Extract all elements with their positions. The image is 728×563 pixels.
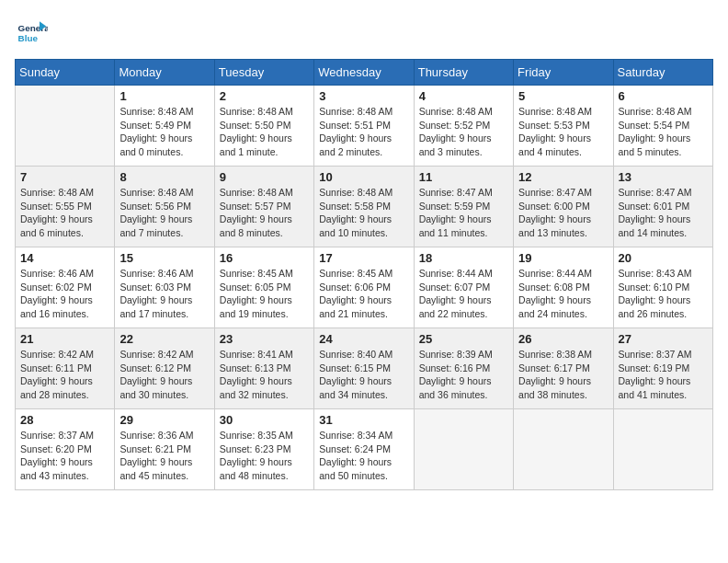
day-number: 13 (619, 170, 708, 184)
day-number: 29 (119, 413, 209, 427)
day-number: 2 (220, 89, 309, 103)
day-info: Sunrise: 8:43 AMSunset: 6:10 PMDaylight:… (619, 267, 708, 321)
day-number: 6 (619, 89, 708, 103)
calendar-cell (414, 409, 513, 490)
calendar-cell: 1Sunrise: 8:48 AMSunset: 5:49 PMDaylight… (115, 86, 214, 167)
day-info: Sunrise: 8:41 AMSunset: 6:13 PMDaylight:… (220, 348, 309, 402)
day-info: Sunrise: 8:36 AMSunset: 6:21 PMDaylight:… (119, 429, 209, 483)
calendar-table: SundayMondayTuesdayWednesdayThursdayFrid… (15, 59, 713, 490)
day-info: Sunrise: 8:46 AMSunset: 6:03 PMDaylight:… (119, 267, 209, 321)
day-number: 4 (419, 89, 508, 103)
day-info: Sunrise: 8:44 AMSunset: 6:07 PMDaylight:… (419, 267, 508, 321)
calendar-cell: 20Sunrise: 8:43 AMSunset: 6:10 PMDayligh… (613, 247, 712, 328)
day-number: 27 (619, 332, 708, 346)
calendar-cell: 10Sunrise: 8:48 AMSunset: 5:58 PMDayligh… (314, 167, 414, 247)
svg-text:Blue: Blue (18, 33, 39, 43)
calendar-cell: 28Sunrise: 8:37 AMSunset: 6:20 PMDayligh… (16, 409, 115, 490)
page-header: General Blue (15, 15, 713, 48)
calendar-cell: 18Sunrise: 8:44 AMSunset: 6:07 PMDayligh… (414, 247, 513, 328)
day-info: Sunrise: 8:37 AMSunset: 6:19 PMDaylight:… (619, 348, 708, 402)
day-info: Sunrise: 8:35 AMSunset: 6:23 PMDaylight:… (220, 429, 309, 483)
calendar-cell: 19Sunrise: 8:44 AMSunset: 6:08 PMDayligh… (514, 247, 613, 328)
calendar-cell: 23Sunrise: 8:41 AMSunset: 6:13 PMDayligh… (214, 328, 313, 409)
day-number: 1 (119, 89, 209, 103)
day-info: Sunrise: 8:48 AMSunset: 5:49 PMDaylight:… (119, 105, 209, 159)
calendar-cell: 13Sunrise: 8:47 AMSunset: 6:01 PMDayligh… (613, 167, 712, 247)
day-number: 9 (220, 170, 309, 184)
day-info: Sunrise: 8:44 AMSunset: 6:08 PMDaylight:… (518, 267, 608, 321)
calendar-cell: 5Sunrise: 8:48 AMSunset: 5:53 PMDaylight… (514, 86, 613, 167)
day-info: Sunrise: 8:48 AMSunset: 5:53 PMDaylight:… (518, 105, 608, 159)
day-info: Sunrise: 8:40 AMSunset: 6:15 PMDaylight:… (319, 348, 408, 402)
logo-icon: General Blue (15, 15, 48, 48)
day-number: 30 (220, 413, 309, 427)
calendar-cell: 6Sunrise: 8:48 AMSunset: 5:54 PMDaylight… (613, 86, 712, 167)
calendar-cell: 21Sunrise: 8:42 AMSunset: 6:11 PMDayligh… (16, 328, 115, 409)
day-info: Sunrise: 8:48 AMSunset: 5:55 PMDaylight:… (20, 186, 109, 240)
dow-header-monday: Monday (115, 60, 214, 86)
day-number: 10 (319, 170, 408, 184)
logo: General Blue (15, 15, 48, 48)
calendar-cell (514, 409, 613, 490)
calendar-cell: 9Sunrise: 8:48 AMSunset: 5:57 PMDaylight… (214, 167, 313, 247)
day-info: Sunrise: 8:48 AMSunset: 5:50 PMDaylight:… (220, 105, 309, 159)
day-info: Sunrise: 8:48 AMSunset: 5:54 PMDaylight:… (619, 105, 708, 159)
calendar-cell: 24Sunrise: 8:40 AMSunset: 6:15 PMDayligh… (314, 328, 414, 409)
day-number: 16 (220, 251, 309, 265)
day-info: Sunrise: 8:47 AMSunset: 6:01 PMDaylight:… (619, 186, 708, 240)
calendar-cell: 4Sunrise: 8:48 AMSunset: 5:52 PMDaylight… (414, 86, 513, 167)
calendar-cell: 16Sunrise: 8:45 AMSunset: 6:05 PMDayligh… (214, 247, 313, 328)
day-info: Sunrise: 8:48 AMSunset: 5:56 PMDaylight:… (119, 186, 209, 240)
calendar-cell: 15Sunrise: 8:46 AMSunset: 6:03 PMDayligh… (115, 247, 214, 328)
day-number: 24 (319, 332, 408, 346)
day-info: Sunrise: 8:42 AMSunset: 6:11 PMDaylight:… (20, 348, 109, 402)
day-number: 8 (119, 170, 209, 184)
day-number: 5 (518, 89, 608, 103)
day-info: Sunrise: 8:48 AMSunset: 5:57 PMDaylight:… (220, 186, 309, 240)
calendar-cell: 12Sunrise: 8:47 AMSunset: 6:00 PMDayligh… (514, 167, 613, 247)
day-number: 19 (518, 251, 608, 265)
dow-header-thursday: Thursday (414, 60, 513, 86)
day-info: Sunrise: 8:45 AMSunset: 6:05 PMDaylight:… (220, 267, 309, 321)
calendar-cell: 31Sunrise: 8:34 AMSunset: 6:24 PMDayligh… (314, 409, 414, 490)
day-info: Sunrise: 8:47 AMSunset: 6:00 PMDaylight:… (518, 186, 608, 240)
day-number: 26 (518, 332, 608, 346)
day-number: 3 (319, 89, 408, 103)
day-info: Sunrise: 8:47 AMSunset: 5:59 PMDaylight:… (419, 186, 508, 240)
calendar-cell: 25Sunrise: 8:39 AMSunset: 6:16 PMDayligh… (414, 328, 513, 409)
dow-header-tuesday: Tuesday (214, 60, 313, 86)
day-number: 18 (419, 251, 508, 265)
day-number: 17 (319, 251, 408, 265)
day-info: Sunrise: 8:48 AMSunset: 5:52 PMDaylight:… (419, 105, 508, 159)
calendar-cell: 3Sunrise: 8:48 AMSunset: 5:51 PMDaylight… (314, 86, 414, 167)
day-number: 31 (319, 413, 408, 427)
day-info: Sunrise: 8:45 AMSunset: 6:06 PMDaylight:… (319, 267, 408, 321)
calendar-cell (16, 86, 115, 167)
day-number: 14 (20, 251, 109, 265)
day-number: 21 (20, 332, 109, 346)
day-info: Sunrise: 8:48 AMSunset: 5:58 PMDaylight:… (319, 186, 408, 240)
calendar-cell (613, 409, 712, 490)
dow-header-friday: Friday (514, 60, 613, 86)
day-info: Sunrise: 8:39 AMSunset: 6:16 PMDaylight:… (419, 348, 508, 402)
day-number: 11 (419, 170, 508, 184)
day-number: 20 (619, 251, 708, 265)
day-number: 23 (220, 332, 309, 346)
calendar-cell: 11Sunrise: 8:47 AMSunset: 5:59 PMDayligh… (414, 167, 513, 247)
calendar-cell: 30Sunrise: 8:35 AMSunset: 6:23 PMDayligh… (214, 409, 313, 490)
day-number: 15 (119, 251, 209, 265)
day-info: Sunrise: 8:46 AMSunset: 6:02 PMDaylight:… (20, 267, 109, 321)
calendar-cell: 22Sunrise: 8:42 AMSunset: 6:12 PMDayligh… (115, 328, 214, 409)
calendar-cell: 27Sunrise: 8:37 AMSunset: 6:19 PMDayligh… (613, 328, 712, 409)
day-number: 28 (20, 413, 109, 427)
calendar-cell: 8Sunrise: 8:48 AMSunset: 5:56 PMDaylight… (115, 167, 214, 247)
day-number: 25 (419, 332, 508, 346)
calendar-cell: 2Sunrise: 8:48 AMSunset: 5:50 PMDaylight… (214, 86, 313, 167)
day-info: Sunrise: 8:34 AMSunset: 6:24 PMDaylight:… (319, 429, 408, 483)
calendar-cell: 14Sunrise: 8:46 AMSunset: 6:02 PMDayligh… (16, 247, 115, 328)
dow-header-sunday: Sunday (16, 60, 115, 86)
calendar-cell: 7Sunrise: 8:48 AMSunset: 5:55 PMDaylight… (16, 167, 115, 247)
day-number: 22 (119, 332, 209, 346)
calendar-cell: 17Sunrise: 8:45 AMSunset: 6:06 PMDayligh… (314, 247, 414, 328)
calendar-cell: 29Sunrise: 8:36 AMSunset: 6:21 PMDayligh… (115, 409, 214, 490)
